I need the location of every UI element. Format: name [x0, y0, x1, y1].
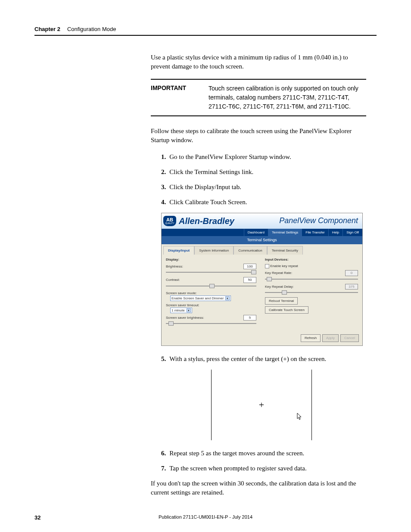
ssbright-label: Screen saver brightness:	[166, 315, 204, 320]
calibrate-touch-screen-button[interactable]: Calibrate Touch Screen	[265, 306, 308, 314]
brand-left: AB QUALITY Allen-Bradley	[163, 215, 234, 227]
steps-list: 1.Go to the PanelView Explorer Startup w…	[161, 152, 366, 207]
contrast-value[interactable]: 50	[243, 277, 256, 283]
ssbright-row: Screen saver brightness: 5	[166, 315, 256, 320]
brand-right-text: PanelView Component	[279, 215, 358, 226]
page-footer: 32 Publication 2711C-UM001I-EN-P - July …	[34, 514, 377, 520]
input-devices-group: Input Devices: Enable key repeat Key Rep…	[265, 257, 358, 329]
tab-terminal-security[interactable]: Terminal Security	[267, 246, 303, 255]
contrast-slider[interactable]	[166, 284, 256, 288]
nav-file-transfer[interactable]: File Transfer	[302, 229, 328, 236]
publication-id: Publication 2711C-UM001I-EN-P - July 201…	[159, 514, 252, 520]
chevron-down-icon: ▾	[187, 308, 191, 312]
plus-target-icon: +	[259, 400, 264, 410]
enable-key-repeat-label: Enable key repeat	[270, 264, 298, 268]
step-1: 1.Go to the PanelView Explorer Startup w…	[161, 152, 366, 162]
section-title: Terminal Settings	[162, 236, 362, 244]
step-5: 5.With a stylus, press the center of the…	[161, 355, 366, 364]
ssbright-value[interactable]: 5	[243, 315, 256, 320]
display-heading: Display:	[166, 257, 256, 262]
chapter-label: Chapter 2	[34, 26, 60, 32]
ssmode-select[interactable]: Enable Screen Saver and Dimmer ▾	[170, 296, 231, 301]
repeat-delay-row: Key Repeat Delay: 375	[265, 284, 358, 289]
display-group: Display: Brightness: 100 Contrast: 50	[166, 257, 256, 329]
running-header: Chapter 2 Configuration Mode	[34, 26, 377, 32]
apply-button[interactable]: Apply	[322, 334, 339, 342]
cancel-button[interactable]: Cancel	[340, 334, 359, 342]
content-column: Use a plastic stylus device with a minim…	[151, 53, 366, 497]
nav-terminal-settings[interactable]: Terminal Settings	[268, 229, 302, 236]
brightness-slider[interactable]	[166, 270, 256, 274]
step-6: 6.Repeat step 5 as the target moves arou…	[161, 449, 366, 458]
step-3: 3.Click the Display/Input tab.	[161, 183, 366, 192]
tab-system-info[interactable]: System Information	[194, 246, 234, 255]
step-7: 7.Tap the screen when prompted to regist…	[161, 464, 366, 473]
repeat-delay-slider[interactable]	[265, 290, 358, 295]
ssmode-label: Screen saver mode:	[166, 291, 256, 296]
repeat-rate-slider[interactable]	[265, 277, 358, 281]
nav-help[interactable]: Help	[328, 229, 342, 236]
sub-tabs: Display/Input System Information Communi…	[162, 244, 362, 255]
ab-logo-icon: AB QUALITY	[163, 216, 176, 226]
brightness-label: Brightness:	[166, 264, 183, 269]
dialog-footer: Refresh Apply Cancel	[162, 333, 362, 345]
tab-communication[interactable]: Communication	[234, 246, 267, 255]
para-stylus: Use a plastic stylus device with a minim…	[151, 53, 366, 71]
contrast-row: Contrast: 50	[166, 277, 256, 283]
chapter-title: Configuration Mode	[67, 26, 116, 32]
closing-paragraph: If you don't tap the screen within 30 se…	[151, 479, 366, 497]
cursor-icon	[297, 413, 303, 423]
calibration-target-illustration: +	[211, 370, 312, 440]
app-screenshot: AB QUALITY Allen-Bradley PanelView Compo…	[161, 213, 363, 346]
steps-list-continued: 5.With a stylus, press the center of the…	[161, 355, 366, 364]
nav-sign-off[interactable]: Sign Off	[342, 229, 362, 236]
enable-key-repeat-row: Enable key repeat	[265, 264, 358, 268]
step-4: 4.Click Calibrate Touch Screen.	[161, 198, 366, 207]
repeat-rate-label: Key Repeat Rate:	[265, 271, 292, 275]
steps-list-continued-2: 6.Repeat step 5 as the target moves arou…	[161, 449, 366, 473]
page-number: 32	[34, 514, 40, 521]
header-rule	[34, 35, 377, 36]
settings-panel: Display: Brightness: 100 Contrast: 50	[162, 255, 362, 333]
repeat-delay-label: Key Repeat Delay:	[265, 284, 294, 289]
tab-display-input[interactable]: Display/Input	[163, 246, 194, 255]
sstimeout-select[interactable]: 1 minute ▾	[170, 308, 192, 313]
repeat-rate-value: 0	[345, 270, 358, 276]
important-callout: IMPORTANT Touch screen calibration is on…	[151, 79, 366, 116]
app-body: Display/Input System Information Communi…	[162, 244, 362, 345]
sstimeout-label: Screen saver timeout:	[166, 303, 256, 308]
nav-dashboard[interactable]: Dashboard	[244, 229, 268, 236]
brightness-row: Brightness: 100	[166, 264, 256, 269]
brightness-value[interactable]: 100	[243, 264, 256, 269]
step-2: 2.Click the Terminal Settings link.	[161, 168, 366, 177]
refresh-button[interactable]: Refresh	[301, 334, 321, 342]
reboot-terminal-button[interactable]: Reboot Terminal	[265, 297, 298, 305]
para-follow: Follow these steps to calibrate the touc…	[151, 127, 366, 145]
page: Chapter 2 Configuration Mode Use a plast…	[0, 0, 411, 532]
callout-label: IMPORTANT	[151, 84, 198, 111]
ssbright-slider[interactable]	[166, 321, 256, 326]
brand-left-text: Allen-Bradley	[179, 215, 234, 227]
checkbox-icon[interactable]	[265, 264, 269, 268]
callout-body: Touch screen calibration is only support…	[209, 84, 366, 111]
contrast-label: Contrast:	[166, 277, 180, 282]
chevron-down-icon: ▾	[225, 296, 230, 300]
repeat-rate-row: Key Repeat Rate: 0	[265, 270, 358, 276]
top-nav: Dashboard Terminal Settings File Transfe…	[162, 229, 362, 236]
repeat-delay-value: 375	[345, 284, 358, 289]
app-banner: AB QUALITY Allen-Bradley PanelView Compo…	[162, 213, 362, 229]
input-devices-heading: Input Devices:	[265, 257, 358, 262]
